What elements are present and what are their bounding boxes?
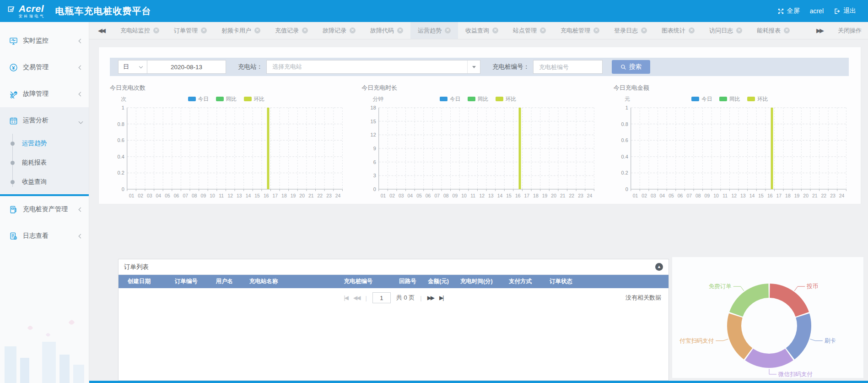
tab-close-icon[interactable]: ✕: [689, 27, 695, 33]
tab-运营趋势[interactable]: 运营趋势✕: [410, 22, 458, 39]
tab-close-icon[interactable]: ✕: [201, 27, 207, 33]
tab-站点管理[interactable]: 站点管理✕: [506, 22, 553, 39]
chevron-icon: [79, 92, 83, 96]
tab-充电桩管理[interactable]: 充电桩管理✕: [553, 22, 607, 39]
donut-segment-免费订单: [729, 284, 769, 317]
station-select[interactable]: 选择充电站: [266, 60, 480, 74]
station-select-caret[interactable]: [467, 60, 480, 73]
svg-text:24: 24: [587, 193, 593, 198]
last-page-icon[interactable]: ▶|: [439, 295, 443, 301]
next-page-icon[interactable]: ▶▶: [427, 295, 434, 301]
sidebar-item-运营分析[interactable]: 运营分析: [0, 107, 89, 134]
donut-label-刷卡: 刷卡: [825, 338, 836, 344]
fullscreen-button[interactable]: 全屏: [777, 7, 800, 15]
column-header-金额(元): 金额(元): [428, 278, 460, 285]
tab-收益查询[interactable]: 收益查询✕: [458, 22, 506, 39]
close-operations-button[interactable]: 关闭操作: [831, 27, 868, 35]
sidebar-item-交易管理[interactable]: 交易管理: [0, 54, 89, 81]
svg-text:0.4: 0.4: [118, 154, 124, 159]
sidebar-subitem-收益查询[interactable]: 收益查询: [0, 172, 89, 192]
legend-swatch: [691, 97, 699, 101]
svg-text:08: 08: [695, 193, 701, 198]
svg-text:19: 19: [291, 193, 296, 198]
column-header-订单编号: 订单编号: [175, 278, 216, 285]
tab-close-icon[interactable]: ✕: [445, 27, 451, 33]
chart-今日充电金额: 今日充电金额元今日同比环比00.20.40.60.810102030405060…: [614, 84, 850, 201]
tab-充值记录[interactable]: 充值记录✕: [268, 22, 315, 39]
svg-text:07: 07: [183, 193, 188, 198]
column-header-充电时间(分): 充电时间(分): [460, 278, 509, 285]
tab-close-icon[interactable]: ✕: [397, 27, 403, 33]
svg-text:02: 02: [138, 193, 143, 198]
tab-close-icon[interactable]: ✕: [254, 27, 260, 33]
tab-充电站监控[interactable]: 充电站监控✕: [113, 22, 167, 39]
svg-text:24: 24: [335, 193, 341, 198]
donut-label-微信扫码支付: 微信扫码支付: [778, 371, 813, 378]
pile-number-input[interactable]: [533, 60, 603, 74]
legend-item-环比[interactable]: 环比: [244, 96, 264, 103]
legend-item-同比[interactable]: 同比: [719, 96, 740, 103]
collapse-panel-icon[interactable]: ▲: [655, 263, 663, 271]
svg-text:03: 03: [651, 193, 656, 198]
username[interactable]: acrel: [810, 7, 824, 15]
tab-访问日志[interactable]: 访问日志✕: [702, 22, 749, 39]
tab-scroll-right-icon[interactable]: ▶▶: [808, 27, 831, 34]
tab-登录日志[interactable]: 登录日志✕: [607, 22, 654, 39]
page-number-input[interactable]: [372, 292, 391, 303]
period-select[interactable]: 日: [118, 60, 147, 74]
tab-close-icon[interactable]: ✕: [641, 27, 647, 33]
filter-bar: 日 2020-08-13 充电站： 选择充电站 充电桩编号： 搜索: [110, 58, 849, 76]
column-header-订单状态: 订单状态: [550, 278, 604, 285]
tab-close-icon[interactable]: ✕: [784, 27, 790, 33]
logout-button[interactable]: 退出: [834, 7, 856, 15]
search-button[interactable]: 搜索: [612, 60, 650, 74]
svg-text:12: 12: [731, 193, 737, 198]
sidebar-subitem-能耗报表[interactable]: 能耗报表: [0, 153, 89, 172]
svg-text:09: 09: [704, 193, 710, 198]
first-page-icon[interactable]: |◀: [344, 295, 348, 301]
sidebar-item-故障管理[interactable]: 故障管理: [0, 81, 89, 107]
tab-故障代码[interactable]: 故障代码✕: [363, 22, 410, 39]
sidebar-item-充电桩资产管理[interactable]: 充电桩资产管理: [0, 196, 89, 223]
tab-close-icon[interactable]: ✕: [540, 27, 546, 33]
tab-订单管理[interactable]: 订单管理✕: [167, 22, 214, 39]
tab-故障记录[interactable]: 故障记录✕: [315, 22, 363, 39]
svg-text:0.6: 0.6: [621, 137, 628, 143]
date-input[interactable]: 2020-08-13: [147, 60, 226, 74]
tab-close-icon[interactable]: ✕: [492, 27, 498, 33]
tab-close-icon[interactable]: ✕: [153, 27, 159, 33]
svg-text:6: 6: [373, 159, 376, 165]
prev-page-icon[interactable]: ◀◀: [353, 295, 360, 301]
tab-射频卡用户[interactable]: 射频卡用户✕: [214, 22, 268, 39]
tab-scroll-left-icon[interactable]: ◀◀: [89, 22, 113, 39]
sidebar-subitem-运营趋势[interactable]: 运营趋势: [0, 134, 89, 153]
legend-item-今日[interactable]: 今日: [188, 96, 209, 103]
legend-item-同比[interactable]: 同比: [468, 96, 488, 103]
logout-icon: [834, 8, 841, 15]
legend-item-环比[interactable]: 环比: [747, 96, 768, 103]
analysis-icon: [9, 116, 18, 125]
legend-swatch: [747, 97, 755, 101]
tab-close-icon[interactable]: ✕: [350, 27, 356, 33]
legend-item-环比[interactable]: 环比: [496, 96, 516, 103]
svg-text:15: 15: [254, 193, 260, 198]
tab-close-icon[interactable]: ✕: [736, 27, 742, 33]
tab-close-icon[interactable]: ✕: [302, 27, 308, 33]
svg-text:10: 10: [210, 193, 215, 198]
sidebar-item-日志查看[interactable]: 日志查看: [0, 223, 89, 249]
svg-text:19: 19: [794, 193, 799, 198]
tab-close-icon[interactable]: ✕: [593, 27, 599, 33]
trend-panel: 日 2020-08-13 充电站： 选择充电站 充电桩编号： 搜索: [98, 47, 861, 204]
y-axis-unit: 次: [121, 95, 143, 103]
order-list-panel: 订单列表 ▲ 创建日期订单编号用户名充电站名称充电桩编号回路号金额(元)充电时间…: [118, 259, 669, 381]
legend-item-今日[interactable]: 今日: [440, 96, 460, 103]
tab-能耗报表[interactable]: 能耗报表✕: [749, 22, 797, 39]
legend-item-同比[interactable]: 同比: [216, 96, 237, 103]
tab-图表统计[interactable]: 图表统计✕: [654, 22, 702, 39]
column-header-充电站名称: 充电站名称: [249, 278, 344, 285]
chart-今日充电次数: 今日充电次数次今日同比环比00.20.40.60.810102030405060…: [110, 84, 346, 201]
legend-item-今日[interactable]: 今日: [691, 96, 712, 103]
sidebar-item-实时监控[interactable]: 实时监控: [0, 27, 89, 54]
svg-text:06: 06: [174, 193, 179, 198]
logo-subtitle: 安科瑞电气: [19, 15, 45, 18]
